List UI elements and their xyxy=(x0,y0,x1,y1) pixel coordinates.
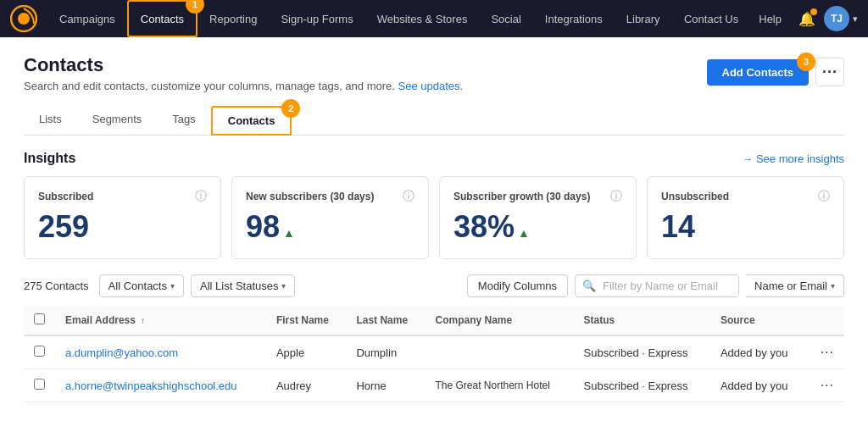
col-header-email[interactable]: Email Address ↑ xyxy=(55,306,266,335)
insight-card-unsubscribed: Unsubscribed ⓘ 14 xyxy=(647,176,844,259)
table-header: Email Address ↑ First Name Last Name Com… xyxy=(24,306,844,335)
nav-reporting[interactable]: Reporting xyxy=(198,0,269,37)
row-lastname-2: Horne xyxy=(346,369,425,402)
row-company-1 xyxy=(425,335,573,369)
nav-integrations[interactable]: Integrations xyxy=(533,0,615,37)
app-logo[interactable] xyxy=(10,5,37,32)
row-checkbox-1[interactable] xyxy=(34,346,45,357)
nav-menu: Campaigns Contacts 1 Reporting Sign-up F… xyxy=(47,0,676,37)
email-link-1[interactable]: a.dumplin@yahoo.com xyxy=(65,346,178,359)
sort-up-icon: ↑ xyxy=(141,316,145,325)
nav-websites-stores[interactable]: Websites & Stores xyxy=(365,0,480,37)
user-dropdown-chevron[interactable]: ▾ xyxy=(853,14,858,25)
header-actions: Add Contacts 3 ··· xyxy=(707,58,845,86)
select-all-checkbox[interactable] xyxy=(34,313,45,324)
insight-card-new-subscribers: New subscribers (30 days) ⓘ 98 ▲ xyxy=(231,176,429,259)
info-icon-new-subscribers[interactable]: ⓘ xyxy=(403,189,415,204)
page-title-area: Contacts Search and edit contacts, custo… xyxy=(24,54,463,92)
select-all-header xyxy=(24,306,55,335)
info-icon-subscriber-growth[interactable]: ⓘ xyxy=(610,189,622,204)
search-icon: 🔍 xyxy=(576,275,603,296)
nav-right: Contact Us Help 🔔 TJ ▾ xyxy=(676,0,858,37)
chevron-down-icon: ▾ xyxy=(170,281,175,291)
table-body: a.dumplin@yahoo.com Apple Dumplin Subscr… xyxy=(24,335,844,402)
col-header-source: Source xyxy=(710,306,807,335)
row-email-1: a.dumplin@yahoo.com xyxy=(55,335,266,369)
nav-campaigns[interactable]: Campaigns xyxy=(47,0,127,37)
insight-value-subscribed: 259 xyxy=(38,209,207,245)
table-controls: 275 Contacts All Contacts ▾ All List Sta… xyxy=(24,274,844,297)
info-icon-unsubscribed[interactable]: ⓘ xyxy=(818,189,830,204)
page-title: Contacts xyxy=(24,54,463,76)
insights-header: Insights → See more insights xyxy=(24,151,844,166)
table-row: a.horne@twinpeakshighschool.edu Audrey H… xyxy=(24,369,844,402)
search-input[interactable] xyxy=(603,275,738,296)
navbar: Campaigns Contacts 1 Reporting Sign-up F… xyxy=(0,0,868,37)
nav-contact-us[interactable]: Contact Us xyxy=(676,0,747,37)
contacts-tab-badge: 2 xyxy=(281,99,300,118)
row-email-2: a.horne@twinpeakshighschool.edu xyxy=(55,369,266,402)
col-header-company: Company Name xyxy=(425,306,573,335)
main-content: Contacts Search and edit contacts, custo… xyxy=(0,37,868,432)
modify-columns-button[interactable]: Modify Columns xyxy=(467,274,568,297)
chevron-down-icon-2: ▾ xyxy=(281,281,286,291)
add-contacts-badge: 3 xyxy=(797,53,815,71)
more-options-button[interactable]: ··· xyxy=(815,58,844,86)
notifications-icon[interactable]: 🔔 xyxy=(793,5,821,32)
row-source-2: Added by you xyxy=(710,369,807,402)
col-header-actions xyxy=(807,306,844,335)
tabs: Lists Segments Tags Contacts 2 xyxy=(24,106,844,136)
nav-signup-forms[interactable]: Sign-up Forms xyxy=(269,0,364,37)
row-company-2: The Great Northern Hotel xyxy=(425,369,573,402)
insight-card-subscriber-growth: Subscriber growth (30 days) ⓘ 38% ▲ xyxy=(439,176,637,259)
arrow-right-icon: → xyxy=(742,152,753,165)
row-firstname-1: Apple xyxy=(266,335,347,369)
see-updates-link[interactable]: See updates. xyxy=(398,80,464,92)
add-contacts-button[interactable]: Add Contacts xyxy=(707,59,810,86)
see-more-insights-link[interactable]: → See more insights xyxy=(742,152,844,165)
growth-up-icon: ▲ xyxy=(283,226,295,240)
row-actions-2[interactable]: ··· xyxy=(807,369,844,402)
name-or-email-dropdown[interactable]: Name or Email ▾ xyxy=(746,274,844,297)
insight-value-subscriber-growth: 38% ▲ xyxy=(453,209,622,245)
row-checkbox-cell xyxy=(24,369,55,402)
all-contacts-dropdown[interactable]: All Contacts ▾ xyxy=(99,274,184,297)
contacts-count: 275 Contacts xyxy=(24,280,89,292)
row-firstname-2: Audrey xyxy=(266,369,347,402)
row-status-1: Subscribed · Express xyxy=(574,335,710,369)
col-header-status: Status xyxy=(574,306,710,335)
email-link-2[interactable]: a.horne@twinpeakshighschool.edu xyxy=(65,379,237,392)
row-status-2: Subscribed · Express xyxy=(574,369,710,402)
growth-pct-up-icon: ▲ xyxy=(518,226,530,240)
tab-tags[interactable]: Tags xyxy=(157,106,210,136)
col-header-last-name: Last Name xyxy=(346,306,425,335)
page-subtitle: Search and edit contacts, customize your… xyxy=(24,80,463,92)
row-actions-1[interactable]: ··· xyxy=(807,335,844,369)
insights-title: Insights xyxy=(24,151,75,166)
insights-cards: Subscribed ⓘ 259 New subscribers (30 day… xyxy=(24,176,844,259)
tab-segments[interactable]: Segments xyxy=(77,106,158,136)
nav-library[interactable]: Library xyxy=(615,0,672,37)
contacts-table: Email Address ↑ First Name Last Name Com… xyxy=(24,306,844,402)
user-avatar[interactable]: TJ xyxy=(824,6,849,31)
row-checkbox-cell xyxy=(24,335,55,369)
row-lastname-1: Dumplin xyxy=(346,335,425,369)
svg-point-1 xyxy=(18,13,30,25)
info-icon-subscribed[interactable]: ⓘ xyxy=(195,189,207,204)
chevron-down-icon-3: ▾ xyxy=(831,281,835,291)
row-source-1: Added by you xyxy=(710,335,807,369)
insight-value-unsubscribed: 14 xyxy=(661,209,830,245)
all-list-statuses-dropdown[interactable]: All List Statuses ▾ xyxy=(191,274,296,297)
row-checkbox-2[interactable] xyxy=(34,379,45,390)
table-row: a.dumplin@yahoo.com Apple Dumplin Subscr… xyxy=(24,335,844,369)
nav-social[interactable]: Social xyxy=(479,0,532,37)
tab-contacts[interactable]: Contacts xyxy=(211,106,292,136)
nav-help[interactable]: Help xyxy=(750,0,790,37)
search-wrapper: 🔍 xyxy=(575,274,739,297)
insight-card-subscribed: Subscribed ⓘ 259 xyxy=(24,176,221,259)
col-header-first-name: First Name xyxy=(266,306,347,335)
tab-lists[interactable]: Lists xyxy=(24,106,77,136)
insight-value-new-subscribers: 98 ▲ xyxy=(246,209,415,245)
page-header: Contacts Search and edit contacts, custo… xyxy=(24,54,844,92)
